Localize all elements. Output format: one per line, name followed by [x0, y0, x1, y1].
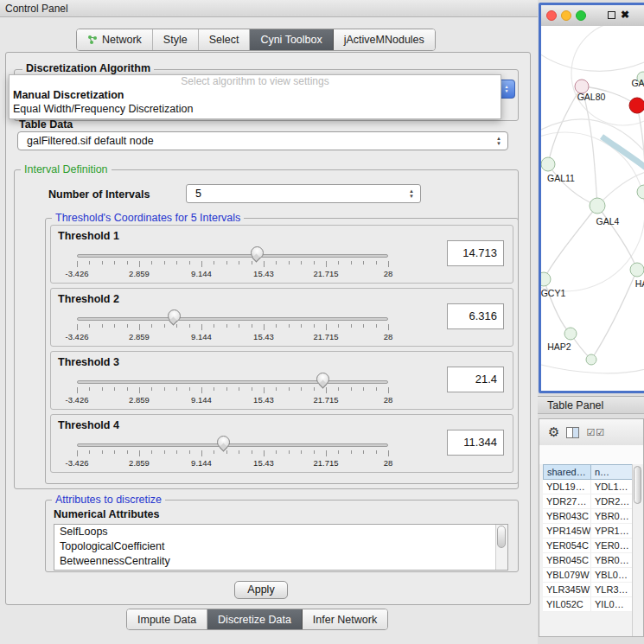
column-header-name[interactable]: n…	[591, 464, 638, 480]
scrollbar-thumb[interactable]	[497, 526, 506, 548]
table-row[interactable]: YER054CYER0…	[543, 539, 638, 553]
threshold-label: Threshold 3	[58, 356, 119, 368]
network-node[interactable]	[630, 263, 644, 277]
table-row[interactable]: YPR145WYPR1…	[543, 524, 638, 539]
network-node[interactable]	[564, 328, 577, 340]
apply-button[interactable]: Apply	[234, 581, 288, 599]
threshold-block: Threshold 4-3.4262.8599.14415.4321.71528…	[50, 414, 513, 473]
table-header: shared… n…	[543, 464, 638, 480]
interval-definition-title: Interval Definition	[21, 163, 112, 175]
network-node[interactable]	[590, 198, 605, 214]
slider-track[interactable]	[77, 443, 388, 447]
control-panel-titlebar: Control Panel	[0, 0, 538, 17]
float-panel-icon[interactable]	[608, 11, 615, 19]
threshold-value-field[interactable]: 21.4	[447, 367, 504, 392]
top-tab-bar: Network Style Select Cyni Toolbox jActiv…	[76, 29, 436, 51]
table-scrollbar[interactable]	[632, 464, 643, 636]
network-tab-icon	[87, 35, 98, 45]
spinner-arrows-icon[interactable]: ▲▼	[409, 188, 414, 199]
numerical-attributes-list[interactable]: SelfLoopsTopologicalCoefficientBetweenne…	[54, 524, 508, 571]
node-label: HAP2	[547, 341, 571, 352]
number-of-intervals-label: Number of Intervals	[48, 188, 150, 201]
table-data-value: galFiltered.sif default node	[27, 135, 154, 147]
table-row[interactable]: YDR27…YDR2…	[543, 494, 638, 509]
network-node[interactable]	[586, 354, 596, 365]
tab-cyni-toolbox[interactable]: Cyni Toolbox	[250, 29, 333, 50]
node-label: GA	[631, 78, 644, 88]
close-traffic-light-icon[interactable]	[546, 10, 557, 21]
table-row[interactable]: YBR045CYBR0…	[543, 553, 638, 568]
table-filter-row	[539, 445, 643, 464]
network-node[interactable]	[629, 98, 644, 113]
table-row[interactable]: YDL19…YDL1…	[543, 480, 638, 494]
chevron-up-down-icon: ▲▼	[496, 136, 501, 146]
slider-track[interactable]	[77, 380, 388, 384]
slider-track[interactable]	[77, 317, 388, 321]
threshold-label: Threshold 4	[58, 419, 119, 431]
dropdown-placeholder: Select algorithm to view settings	[10, 75, 501, 88]
tab-label: Cyni Toolbox	[260, 34, 322, 46]
numerical-attributes-label: Numerical Attributes	[54, 508, 159, 520]
tab-infer-network[interactable]: Infer Network	[303, 609, 387, 629]
tab-label: Network	[102, 34, 142, 46]
tab-style[interactable]: Style	[153, 29, 199, 50]
node-label: GAL80	[577, 92, 606, 102]
network-window-titlebar[interactable]: ✖	[541, 5, 644, 27]
network-canvas[interactable]: GAL80GAGAL11GAL4GCY1HAHAP2	[541, 26, 644, 391]
node-label: HA	[635, 278, 644, 289]
table-row[interactable]: YIL052CYIL0…	[543, 597, 638, 612]
table-row[interactable]: YLR345WYLR3…	[543, 583, 638, 597]
node-label: GAL11	[547, 173, 575, 183]
tab-label: Impute Data	[137, 614, 196, 626]
number-of-intervals-spinner[interactable]: 5 ▲▼	[186, 184, 421, 203]
threshold-value-field[interactable]: 14.713	[447, 240, 504, 266]
tab-jactivemnodules[interactable]: jActiveMNodules	[334, 29, 435, 50]
node-label: GCY1	[541, 288, 565, 298]
threshold-label: Threshold 2	[58, 293, 119, 305]
network-node[interactable]	[637, 185, 644, 199]
table-panel-titlebar: Table Panel	[538, 396, 644, 414]
close-panel-icon[interactable]: ✖	[621, 9, 629, 21]
dropdown-option-manual-discretization[interactable]: Manual Discretization	[10, 88, 501, 102]
gear-icon[interactable]: ⚙	[548, 424, 559, 440]
tab-discretize-data[interactable]: Discretize Data	[207, 609, 303, 629]
tab-label: Discretize Data	[218, 614, 291, 626]
slider-scale-labels: -3.4262.8599.14415.4321.71528	[77, 395, 388, 405]
network-node[interactable]	[541, 157, 555, 171]
tab-network[interactable]: Network	[77, 29, 153, 50]
algorithm-dropdown-popup: Select algorithm to view settings Manual…	[9, 74, 501, 119]
minimize-traffic-light-icon[interactable]	[561, 10, 571, 21]
tab-label: Style	[163, 34, 188, 46]
table-row[interactable]: YBR043CYBR0…	[543, 509, 638, 524]
tab-label: jActiveMNodules	[344, 34, 424, 46]
table-row[interactable]: YBL079WYBL0…	[543, 568, 638, 583]
zoom-traffic-light-icon[interactable]	[576, 10, 586, 21]
tab-label: Infer Network	[313, 614, 377, 626]
tab-impute-data[interactable]: Impute Data	[127, 609, 207, 629]
table-data-combobox[interactable]: galFiltered.sif default node ▲▼	[17, 131, 508, 150]
network-node[interactable]	[541, 272, 551, 286]
slider-thumb[interactable]	[168, 309, 181, 322]
checkbox-icons[interactable]: ☑☑	[586, 427, 605, 438]
slider-scale-labels: -3.4262.8599.14415.4321.71528	[77, 332, 388, 342]
network-window: ✖ GAL80GAGAL11GAL4GCY1HAHAP2	[539, 3, 644, 393]
list-item[interactable]: TopologicalCoefficient	[54, 539, 507, 554]
threshold-value-field[interactable]: 6.316	[447, 303, 504, 329]
columns-icon[interactable]	[566, 427, 579, 438]
slider-track[interactable]	[77, 254, 388, 258]
scrollbar-thumb[interactable]	[634, 466, 641, 504]
threshold-label: Threshold 1	[58, 230, 119, 242]
thresholds-container: Threshold 1-3.4262.8599.14415.4321.71528…	[50, 225, 513, 477]
list-scrollbar[interactable]	[495, 525, 507, 570]
list-item[interactable]: SelfLoops	[54, 525, 507, 539]
intervals-value: 5	[195, 188, 201, 200]
threshold-block: Threshold 2-3.4262.8599.14415.4321.71528…	[50, 288, 513, 347]
column-header-shared-name[interactable]: shared…	[543, 464, 591, 480]
tab-select[interactable]: Select	[199, 29, 251, 50]
list-item[interactable]: BetweennessCentrality	[54, 554, 507, 569]
threshold-value-field[interactable]: 11.344	[447, 430, 504, 456]
dropdown-option-equal-width[interactable]: Equal Width/Frequency Discretization	[10, 102, 501, 116]
slider-thumb[interactable]	[251, 246, 264, 259]
node-table: ⚙ ☑☑ shared… n… YDL19…YDL1…YDR27…YDR2…YB…	[539, 418, 644, 637]
table-data-label: Table Data	[19, 118, 73, 131]
